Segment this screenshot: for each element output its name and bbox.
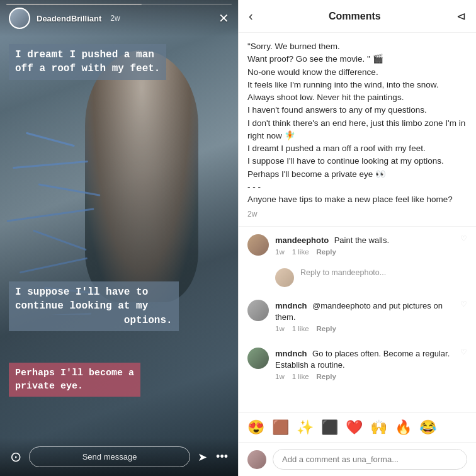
comment-meta: 1w 1 like Reply xyxy=(275,325,454,332)
comment-time: 1w xyxy=(275,373,285,380)
comments-panel: ‹ Comments ⊲ "Sorry. We burned them. Wan… xyxy=(238,0,476,476)
comment-body: mndnch @mandeephoto and put pictures on … xyxy=(275,300,454,332)
reply-button[interactable]: Reply xyxy=(317,325,336,332)
emoji-reactions: 😍 🟫 ✨ ⬛ ❤️ 🙌 🔥 😂 xyxy=(239,412,476,443)
heart-icon[interactable]: ♡ xyxy=(460,300,467,309)
story-text-top: I dreamt I pushed a manoff a roof with m… xyxy=(9,44,229,80)
send-message-button[interactable]: Send message xyxy=(29,446,190,467)
more-options-icon[interactable]: ••• xyxy=(216,450,228,463)
comment-username[interactable]: mandeephoto xyxy=(275,235,329,245)
comment-likes: 1 like xyxy=(292,248,309,256)
post-comment-text: "Sorry. We burned them. Want proof? Go s… xyxy=(247,40,467,206)
comment-username[interactable]: mndnch xyxy=(275,349,307,358)
table-row: mndnch Go to places often. Become a regu… xyxy=(239,340,476,388)
heart-icon[interactable]: ♡ xyxy=(460,348,467,356)
post-time: 2w xyxy=(247,210,467,218)
comment-meta: 1w 1 like Reply xyxy=(275,373,454,380)
comment-time: 1w xyxy=(275,248,285,256)
story-time: 2w xyxy=(110,14,120,23)
comment-likes: 1 like xyxy=(292,325,309,332)
story-footer-icons: ➤ ••• xyxy=(198,450,228,464)
avatar[interactable] xyxy=(247,234,269,256)
heart-icon[interactable]: ♡ xyxy=(460,234,467,243)
filter-icon[interactable]: ⊲ xyxy=(456,9,466,23)
table-row: mndnch @mandeephoto and put pictures on … xyxy=(239,292,476,340)
comment-body: mndnch Go to places often. Become a regu… xyxy=(275,348,454,380)
avatar[interactable] xyxy=(247,300,269,321)
emoji-laugh[interactable]: 😂 xyxy=(419,419,436,436)
story-caption-top: I dreamt I pushed a manoff a roof with m… xyxy=(9,44,166,80)
add-comment-input[interactable] xyxy=(273,449,467,470)
comment-meta: 1w 1 like Reply xyxy=(275,248,454,256)
send-icon[interactable]: ➤ xyxy=(198,450,207,464)
comments-header: ‹ Comments ⊲ xyxy=(239,0,476,33)
avatar[interactable] xyxy=(247,348,269,369)
reply-to-prompt[interactable]: Reply to mandeephoto... xyxy=(300,268,467,277)
emoji-sparkles[interactable]: ✨ xyxy=(297,419,314,436)
comment-text: Paint the walls. xyxy=(334,235,389,245)
camera-icon[interactable]: ⊙ xyxy=(10,449,21,465)
post-comment-block: "Sorry. We burned them. Want proof? Go s… xyxy=(239,33,476,227)
story-close-button[interactable]: ✕ xyxy=(218,11,229,26)
emoji-oval[interactable]: ⬛ xyxy=(321,419,338,436)
comment-username[interactable]: mndnch xyxy=(275,301,307,310)
emoji-heart[interactable]: ❤️ xyxy=(346,419,363,436)
emoji-hug[interactable]: 🟫 xyxy=(272,419,289,436)
story-caption-mid: I suppose I'll have tocontinue looking a… xyxy=(9,281,179,331)
comments-list[interactable]: mandeephoto Paint the walls. 1w 1 like R… xyxy=(239,227,476,412)
story-footer: ⊙ Send message ➤ ••• xyxy=(0,438,238,476)
current-user-avatar xyxy=(247,450,266,469)
emoji-fire[interactable]: 🔥 xyxy=(395,419,412,436)
story-text-mid: I suppose I'll have tocontinue looking a… xyxy=(9,281,229,331)
story-header: DeadendBrilliant 2w ✕ xyxy=(0,0,238,37)
story-panel: DeadendBrilliant 2w ✕ I dreamt I pushed … xyxy=(0,0,238,476)
comment-body: mandeephoto Paint the walls. 1w 1 like R… xyxy=(275,234,454,256)
add-comment-footer xyxy=(239,443,476,476)
reply-avatar xyxy=(275,268,294,287)
emoji-raised-hands[interactable]: 🙌 xyxy=(370,419,387,436)
emoji-love[interactable]: 😍 xyxy=(247,419,264,436)
comment-time: 1w xyxy=(275,325,285,332)
reply-item: Reply to mandeephoto... xyxy=(239,263,476,292)
table-row: mandeephoto Paint the walls. 1w 1 like R… xyxy=(239,227,476,263)
story-caption-bottom: Perhaps I'll become aprivate eye. xyxy=(9,363,140,397)
story-text-bottom: Perhaps I'll become aprivate eye. xyxy=(0,363,238,400)
comment-likes: 1 like xyxy=(292,373,309,380)
back-button[interactable]: ‹ xyxy=(249,9,253,23)
story-avatar[interactable] xyxy=(9,8,30,29)
story-username[interactable]: DeadendBrilliant xyxy=(37,14,101,23)
comments-title: Comments xyxy=(329,11,381,22)
reply-button[interactable]: Reply xyxy=(317,248,336,256)
reply-button[interactable]: Reply xyxy=(317,373,336,380)
